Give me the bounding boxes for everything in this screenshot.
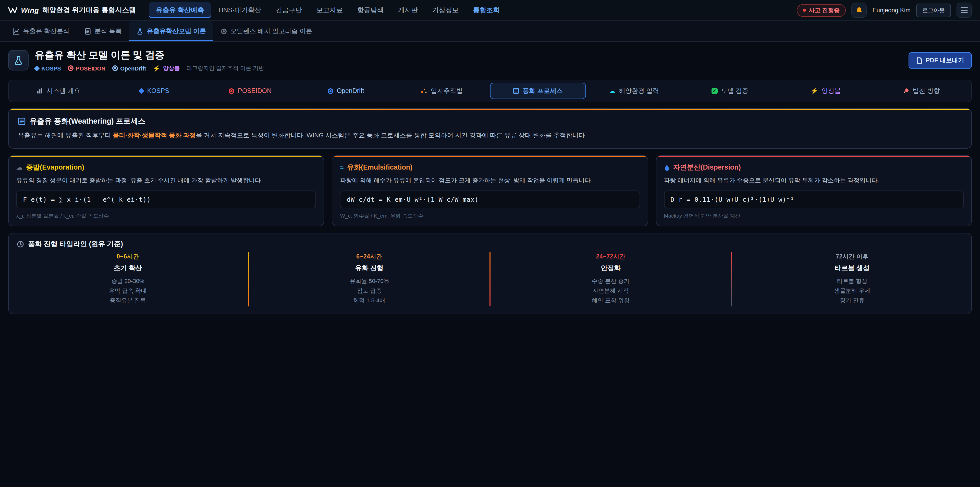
phase-detail: 유막 급속 확대 bbox=[19, 286, 237, 296]
brand-name: Wing bbox=[21, 6, 39, 14]
card-title: ☁ 증발(Evaporation) bbox=[16, 163, 316, 172]
brand[interactable]: Wing 해양환경 위기대응 통합시스템 bbox=[8, 6, 136, 15]
nav-item-emergency-rescue[interactable]: 긴급구난 bbox=[269, 2, 309, 18]
tab-poseidon[interactable]: POSEIDON bbox=[203, 83, 298, 99]
model-flask-icon bbox=[14, 56, 23, 65]
subtab-boom-algorithm-theory[interactable]: 오일펜스 배치 알고리즘 이론 bbox=[213, 21, 320, 42]
particles-icon bbox=[421, 88, 427, 94]
tab-particle-tracking[interactable]: 입자추적법 bbox=[394, 83, 489, 99]
timeline-divider bbox=[731, 252, 732, 307]
page-header: 유출유 확산 모델 이론 및 검증 KOSPS POSEIDON OpenDri… bbox=[0, 42, 980, 77]
tab-system-overview[interactable]: 시스템 개요 bbox=[11, 83, 106, 99]
main-nav: 유출유 확산예측 HNS·대기확산 긴급구난 보고자료 항공탐색 게시판 기상정… bbox=[149, 2, 506, 18]
tab-ensemble[interactable]: ⚡ 앙상블 bbox=[778, 83, 873, 99]
topbar-right: 사고 진행중 Eunjeong Kim 로그아웃 bbox=[797, 3, 972, 18]
sub-tab-bar: 유출유 확산분석 분석 목록 유출유확산모델 이론 오일펜스 배치 알고리즘 이… bbox=[0, 21, 980, 42]
cloud-icon: ☁ bbox=[16, 164, 22, 171]
card-description: 유류의 경질 성분이 대기로 증발하는 과정. 유출 초기 수시간 내에 가장 … bbox=[16, 176, 316, 185]
tab-opendrift[interactable]: OpenDrift bbox=[299, 83, 393, 99]
badge-opendrift: OpenDrift bbox=[112, 65, 146, 71]
tab-ocean-env-input[interactable]: ☁ 해양환경 입력 bbox=[587, 83, 681, 99]
nav-item-integrated-search[interactable]: 통합조회 bbox=[466, 2, 506, 18]
nav-item-oil-spill-forecast[interactable]: 유출유 확산예측 bbox=[149, 2, 211, 18]
incident-status-badge[interactable]: 사고 진행중 bbox=[797, 4, 846, 17]
card-dispersion: 자연분산(Dispersion) 파랑 에너지에 의해 유류가 수중으로 분산되… bbox=[655, 155, 972, 226]
tab-model-validation[interactable]: ✓ 모델 검증 bbox=[682, 83, 777, 99]
tab-kosps[interactable]: KOSPS bbox=[107, 83, 202, 99]
phase-detail: 증발 20-30% bbox=[19, 276, 237, 286]
target-icon bbox=[328, 88, 333, 94]
card-description: 파랑 에너지에 의해 유류가 수중으로 분산되어 유막 두께가 감소하는 과정입… bbox=[664, 176, 964, 185]
subtab-spill-analysis[interactable]: 유출유 확산분석 bbox=[5, 21, 77, 42]
tab-future-direction[interactable]: 발전 방향 bbox=[874, 83, 969, 99]
phase-detail: 수중 분산 증가 bbox=[502, 276, 720, 286]
card-title: ≈ 유화(Emulsification) bbox=[340, 163, 640, 172]
card-emulsification: ≈ 유화(Emulsification) 파랑에 의해 해수가 유류에 혼입되어… bbox=[332, 155, 648, 226]
card-title: 자연분산(Dispersion) bbox=[664, 163, 964, 172]
timeline-divider bbox=[490, 252, 490, 307]
subtab-model-theory[interactable]: 유출유확산모델 이론 bbox=[129, 21, 213, 42]
lightning-icon: ⚡ bbox=[153, 65, 161, 71]
target-icon bbox=[68, 65, 73, 71]
weathering-intro-section: 유출유 풍화(Weathering) 프로세스 유출유는 해면에 유출된 직후부… bbox=[8, 108, 972, 148]
process-doc-icon bbox=[513, 88, 519, 94]
badge-kosps: KOSPS bbox=[35, 65, 61, 71]
bar-chart-icon bbox=[37, 88, 43, 94]
app-root: Wing 해양환경 위기대응 통합시스템 유출유 확산예측 HNS·대기확산 긴… bbox=[0, 0, 980, 487]
line-chart-icon bbox=[13, 28, 19, 35]
user-name: Eunjeong Kim bbox=[873, 6, 911, 14]
page-title: 유출유 확산 모델 이론 및 검증 bbox=[35, 48, 264, 62]
notification-button[interactable] bbox=[852, 3, 867, 18]
subtab-analysis-list[interactable]: 분석 목록 bbox=[77, 21, 129, 42]
timeline-phase-initial-spread: 0~6시간 초기 확산 증발 20-30% 유막 급속 확대 중질유분 잔류 bbox=[17, 252, 239, 307]
tab-weathering-process[interactable]: 풍화 프로세스 bbox=[490, 83, 586, 99]
phase-time: 6~24시간 bbox=[260, 252, 478, 260]
formula-caption: x_i: 성분별 몰분율 / k_ei: 증발 속도상수 bbox=[16, 212, 316, 219]
nav-item-weather-info[interactable]: 기상정보 bbox=[425, 2, 465, 18]
droplet-icon bbox=[664, 164, 670, 171]
card-evaporation: ☁ 증발(Evaporation) 유류의 경질 성분이 대기로 증발하는 과정… bbox=[8, 155, 325, 226]
alert-dot-icon bbox=[803, 9, 806, 12]
check-icon: ✓ bbox=[711, 88, 718, 94]
logout-button[interactable]: 로그아웃 bbox=[916, 3, 951, 17]
process-doc-icon bbox=[18, 118, 25, 125]
cloud-icon: ☁ bbox=[609, 88, 615, 94]
badge-poseidon: POSEIDON bbox=[68, 65, 105, 71]
document-list-icon bbox=[85, 28, 91, 35]
formula-block: F_e(t) = ∑ x_i·(1 - e^(-k_ei·t)) bbox=[16, 190, 316, 208]
phase-detail: 점도 급증 bbox=[260, 286, 478, 296]
diamond-icon bbox=[34, 65, 40, 71]
page-subtitle: 라그랑지안 입자추적 이론 기반 bbox=[186, 64, 264, 72]
timeline-grid: 0~6시간 초기 확산 증발 20-30% 유막 급속 확대 중질유분 잔류 6… bbox=[17, 252, 963, 307]
formula-caption: Mackay 경험식 기반 분산율 계산 bbox=[664, 212, 964, 219]
menu-button[interactable] bbox=[956, 3, 972, 18]
bell-icon bbox=[856, 6, 863, 14]
nav-item-reports[interactable]: 보고자료 bbox=[310, 2, 349, 18]
wing-logo-icon bbox=[8, 6, 18, 14]
hamburger-icon bbox=[961, 7, 968, 13]
incident-status-label: 사고 진행중 bbox=[809, 6, 840, 14]
nav-item-aerial-search[interactable]: 항공탐색 bbox=[350, 2, 390, 18]
phase-detail: 자연분해 시작 bbox=[502, 286, 720, 296]
weathering-intro-text: 유출유는 해면에 유출된 직후부터 물리·화학·생물학적 풍화 과정을 거쳐 지… bbox=[18, 131, 962, 141]
timeline-heading: 풍화 진행 타임라인 (원유 기준) bbox=[17, 239, 963, 249]
nav-item-board[interactable]: 게시판 bbox=[391, 2, 425, 18]
nav-item-hns-air-dispersion[interactable]: HNS·대기확산 bbox=[212, 2, 268, 18]
target-icon bbox=[229, 88, 234, 94]
phase-detail: 중질유분 잔류 bbox=[19, 296, 237, 305]
page-title-block: 유출유 확산 모델 이론 및 검증 KOSPS POSEIDON OpenDri… bbox=[35, 48, 264, 72]
flask-icon bbox=[137, 28, 143, 35]
intro-highlight: 물리·화학·생물학적 풍화 과정 bbox=[113, 132, 196, 139]
timeline-phase-tarball: 72시간 이후 타르볼 생성 타르볼 형성 생물분해 우세 장기 잔류 bbox=[741, 252, 963, 307]
page-hero-icon bbox=[8, 50, 29, 70]
pdf-export-button[interactable]: PDF 내보내기 bbox=[908, 52, 972, 69]
lightning-icon: ⚡ bbox=[811, 88, 818, 94]
phase-title: 유화 진행 bbox=[260, 263, 478, 273]
phase-time: 24~72시간 bbox=[502, 252, 720, 260]
phase-detail: 체적 1.5-4배 bbox=[260, 296, 478, 305]
formula-block: D_r = 0.11·(U_w+U_c)²·(1+U_w)⁻¹ bbox=[664, 190, 964, 208]
model-badge-row: KOSPS POSEIDON OpenDrift ⚡ 앙상블 라그랑지안 입자추… bbox=[35, 64, 264, 72]
phase-detail: 유화율 50-70% bbox=[260, 276, 478, 286]
phase-title: 타르볼 생성 bbox=[743, 263, 961, 273]
boom-ring-icon bbox=[221, 28, 227, 34]
